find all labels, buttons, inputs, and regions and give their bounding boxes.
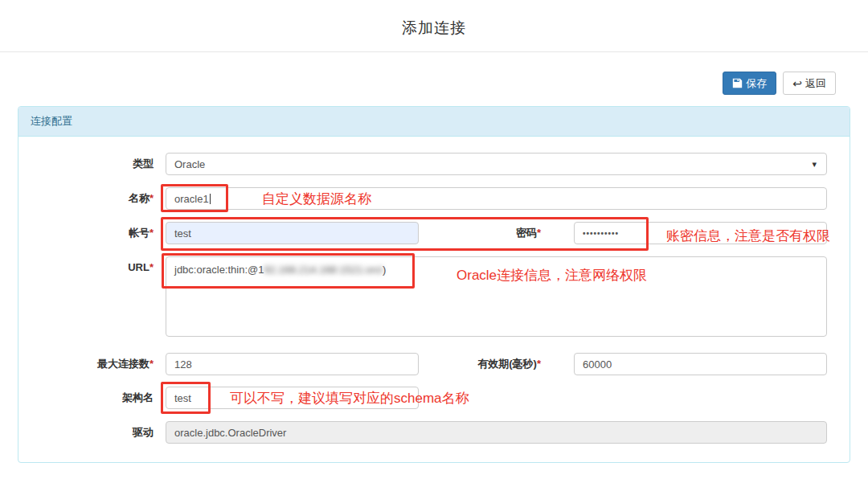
url-value-prefix: jdbc:oracle:thin:@1 [174,264,264,276]
back-button-label: 返回 [805,78,826,88]
schema-input[interactable] [166,387,419,409]
account-label: 帐号 [129,227,149,239]
save-button-label: 保存 [746,78,767,88]
validity-input[interactable] [574,353,827,375]
url-required-mark: * [149,261,154,273]
type-label: 类型 [41,153,154,175]
type-select[interactable]: Oracle ▾ [166,153,827,175]
driver-label: 驱动 [41,421,154,444]
save-floppy-icon [732,78,743,88]
maxconn-validity-row: 最大连接数* 有效期(毫秒)* [41,353,827,375]
schema-label: 架构名 [41,387,154,409]
back-button[interactable]: ↩ 返回 [783,72,836,95]
page-title: 添加连接 [0,0,868,39]
name-input-value: oracle1 [174,193,209,205]
validity-label: 有效期(毫秒) [477,358,537,370]
name-label: 名称 [129,192,149,204]
driver-input [166,421,827,444]
panel-body: 类型 Oracle ▾ 名称* oracle1 自定义数据源名称 [18,137,850,478]
max-connections-required-mark: * [149,358,154,370]
connection-config-panel: 连接配置 类型 Oracle ▾ 名称* oracle1 自定义数据源 [18,106,850,463]
max-connections-input[interactable] [166,353,419,375]
url-textarea[interactable]: jdbc:oracle:thin:@192.168.214.168:1521:o… [166,256,827,337]
account-required-mark: * [149,227,154,239]
text-cursor [210,194,211,204]
save-button[interactable]: 保存 [723,72,776,95]
name-required-mark: * [149,192,154,204]
account-input[interactable] [166,222,419,244]
url-row: URL* jdbc:oracle:thin:@192.168.214.168:1… [41,256,827,337]
name-input[interactable]: oracle1 [166,187,827,210]
schema-row: 架构名 可以不写，建议填写对应的schema名称 [41,387,827,409]
password-input[interactable] [574,222,827,244]
chevron-down-icon: ▾ [812,159,817,170]
type-row: 类型 Oracle ▾ [41,153,827,175]
validity-required-mark: * [537,358,541,370]
name-row: 名称* oracle1 自定义数据源名称 [41,187,827,210]
password-label: 密码 [516,227,537,239]
url-value-redacted: 92.168.214.168:1521:orcl [264,264,382,276]
type-select-value: Oracle [174,158,205,170]
url-label: URL [128,261,149,273]
panel-header: 连接配置 [18,107,850,137]
back-arrow-icon: ↩ [792,80,802,88]
max-connections-label: 最大连接数 [97,358,149,370]
driver-row: 驱动 [41,421,827,444]
password-required-mark: * [537,227,541,239]
url-value-suffix: ) [383,264,386,276]
toolbar: 保存 ↩ 返回 [0,52,868,95]
account-password-row: 帐号* 密码* 账密信息，注意是否有权限 [41,222,827,244]
